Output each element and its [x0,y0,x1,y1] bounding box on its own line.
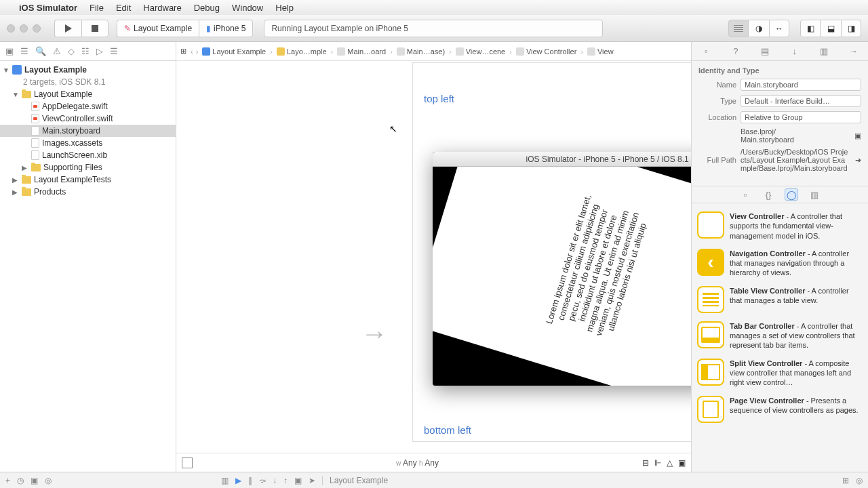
assistant-editor-icon: ◑ [755,24,762,33]
object-lib-icon[interactable]: ◯ [785,188,798,201]
library-tabs[interactable]: ▫ {} ◯ ▥ [692,186,868,203]
connections-inspector-icon[interactable]: → [845,46,861,56]
lib-page-view-controller[interactable]: Page View Controller - Presents a sequen… [696,392,864,427]
align-icon[interactable]: ⊟ [642,458,649,468]
group-tests[interactable]: Layout ExampleTests [34,175,111,184]
project-nav-icon[interactable]: ▣ [5,46,14,56]
destination-selector[interactable]: ▮iPhone 5 [199,20,253,37]
symbol-nav-icon[interactable]: ☰ [20,46,28,56]
menu-window[interactable]: Window [232,3,263,13]
attributes-inspector-icon[interactable]: ↓ [787,46,803,56]
resizing-icon[interactable]: ▣ [678,458,686,468]
file-images[interactable]: Images.xcassets [42,138,102,148]
simulator-window[interactable]: iOS Simulator - iPhone 5 - iPhone 5 / iO… [433,152,691,386]
breakpoints-icon[interactable]: ▶ [235,476,241,485]
menu-edit[interactable]: Edit [116,3,131,13]
step-over-icon[interactable]: ⤼ [259,476,266,485]
scope-right-icon[interactable]: ◎ [856,476,863,485]
location-icon[interactable]: ➤ [309,476,315,485]
lib-split-view-controller[interactable]: Split View Controller - A composite view… [696,354,864,392]
lib-table-view-controller[interactable]: Table View Controller - A controller tha… [696,282,864,317]
navigator-tabs[interactable]: ▣ ☰ 🔍 ⚠ ◇ ☷ ▷ ☰ [0,42,176,61]
menu-hardware[interactable]: Hardware [143,3,181,13]
quickhelp-inspector-icon[interactable]: ? [728,46,744,56]
app-menu[interactable]: iOS Simulator [19,3,77,13]
forward-icon[interactable]: › [196,47,199,56]
file-appdelegate[interactable]: AppDelegate.swift [42,102,108,111]
full-path: /Users/Bucky/Desktop/iOS Projects/Layout… [741,148,851,172]
stop-button[interactable] [81,20,108,37]
mouse-cursor-icon: ↖ [389,123,397,134]
reveal-icon[interactable]: ➜ [855,156,861,165]
process-selector[interactable]: Layout Example [330,476,388,485]
hide-debug-icon[interactable]: ▥ [221,476,229,485]
type-select[interactable]: Default - Interface Build… [741,95,861,107]
test-nav-icon[interactable]: ◇ [68,46,75,56]
grid-icon[interactable]: ⊞ [842,476,849,485]
breakpoint-nav-icon[interactable]: ▷ [96,46,103,56]
xcode-toolbar: ✎Layout Example ▮iPhone 5 Running Layout… [0,15,868,42]
jump-bar[interactable]: ⊞ ‹› Layout Example› Layo…mple› Main…oar… [176,42,691,61]
resolve-icon[interactable]: △ [667,458,673,468]
identity-inspector-icon[interactable]: ▤ [757,46,773,56]
file-template-lib-icon[interactable]: ▫ [738,188,752,201]
label-top-left[interactable]: top left [424,93,454,104]
ib-canvas[interactable]: ↖ → top left top right bottom left botto… [176,61,691,453]
size-class-control[interactable]: w Any h Any [396,458,439,468]
back-icon[interactable]: ‹ [191,47,193,56]
report-nav-icon[interactable]: ☰ [110,46,118,56]
menu-help[interactable]: Help [275,3,294,13]
file-viewcontroller[interactable]: ViewController.swift [42,114,113,123]
lib-navigation-controller[interactable]: Navigation Controller - A controller tha… [696,245,864,282]
clock-icon[interactable]: ◷ [17,476,24,485]
location-select[interactable]: Relative to Group [741,111,861,123]
xib-file-icon [31,150,39,160]
menu-file[interactable]: File [90,3,104,13]
scheme-selector[interactable]: ✎Layout Example [117,20,199,37]
tab-bar-controller-icon [697,321,724,348]
pin-icon[interactable]: ⊩ [654,458,661,468]
size-inspector-icon[interactable]: ▥ [816,46,832,56]
issue-nav-icon[interactable]: ⚠ [53,46,61,56]
initial-scene-arrow-icon: → [361,319,388,349]
standard-editor-icon [734,25,743,32]
section-identity-type: Identity and Type [698,66,861,75]
project-root[interactable]: Layout Example [24,65,87,75]
file-mainstoryboard[interactable]: Main.storyboard [42,126,100,136]
step-out-icon[interactable]: ↑ [283,476,288,485]
document-outline-toggle-icon[interactable] [182,458,193,468]
related-items-icon[interactable]: ⊞ [180,47,186,56]
fullpath-label: Full Path [698,156,736,164]
add-icon[interactable]: + [5,476,10,485]
scope-icon[interactable]: ◎ [45,476,52,485]
lib-tab-bar-controller[interactable]: Tab Bar Controller - A controller that m… [696,317,864,354]
menu-debug[interactable]: Debug [194,3,220,13]
run-button[interactable] [54,20,81,37]
file-icon [337,47,345,56]
editor-mode-segment[interactable]: ◑ ↔ [728,20,789,37]
view-debug-icon[interactable]: ▣ [294,476,302,485]
name-field[interactable]: Main.storyboard [741,79,861,91]
object-library[interactable]: View Controller - A controller that supp… [692,203,868,472]
file-inspector-icon[interactable]: ▫ [698,46,715,56]
panel-visibility-segment[interactable]: ◧ ⬓ ◨ [800,20,861,37]
continue-icon[interactable]: ‖ [248,476,252,485]
bottom-panel-icon: ⬓ [827,24,835,33]
window-controls[interactable] [7,24,41,33]
label-bottom-left[interactable]: bottom left [424,424,471,436]
file-launchscreen[interactable]: LaunchScreen.xib [42,150,107,160]
choose-folder-icon[interactable]: ▣ [854,131,861,140]
group-supporting-files[interactable]: Supporting Files [43,163,102,172]
group-layout-example[interactable]: Layout Example [34,89,92,99]
filter-icon[interactable]: ▣ [31,476,38,485]
debug-bar: + ◷ ▣ ◎ ▥ ▶ ‖ ⤼ ↓ ↑ ▣ ➤ Layout Example ⊞… [0,472,868,488]
lib-view-controller[interactable]: View Controller - A controller that supp… [696,207,864,245]
project-navigator[interactable]: ▼Layout Example 2 targets, iOS SDK 8.1 ▼… [0,61,176,472]
debug-nav-icon[interactable]: ☷ [81,46,90,56]
group-products[interactable]: Products [34,187,66,197]
step-into-icon[interactable]: ↓ [273,476,277,485]
media-lib-icon[interactable]: ▥ [808,188,821,201]
inspector-tabs[interactable]: ▫ ? ▤ ↓ ▥ → [692,42,868,61]
code-snippet-lib-icon[interactable]: {} [762,188,775,201]
find-nav-icon[interactable]: 🔍 [35,46,46,56]
